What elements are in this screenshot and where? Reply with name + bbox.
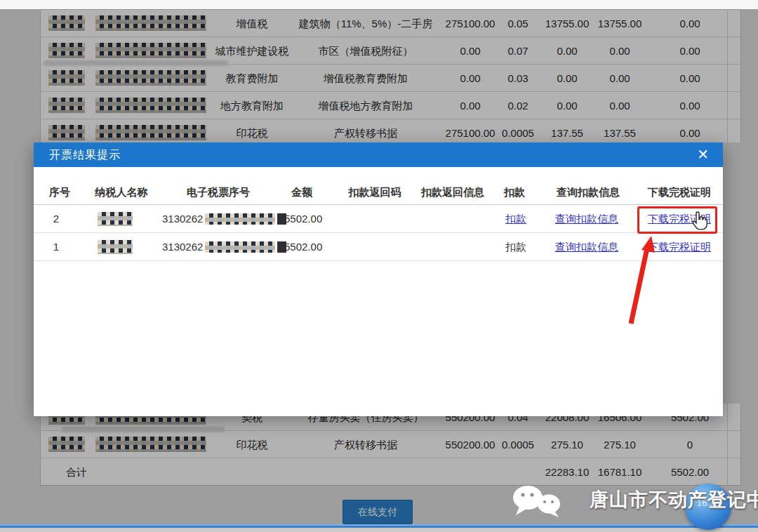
row-seq: 1 [53, 233, 59, 261]
invoice-result-dialog: 开票结果提示 ✕ 序号纳税人名称电子税票序号金额扣款返回码扣款返回信息扣款查询扣… [34, 142, 723, 416]
wechat-icon [510, 484, 583, 518]
dialog-col-header: 电子税票序号 [187, 179, 250, 205]
bottom-frame-strip [0, 528, 758, 532]
dialog-row: 1 3130262 5502.00 扣款 查询扣款信息 下载完税证明 [34, 233, 723, 261]
deduct-link[interactable]: 扣款 [505, 233, 526, 261]
receipt-number: 3130262 [162, 205, 286, 233]
dialog-col-header: 金额 [291, 179, 312, 205]
row-amount: 5502.00 [284, 233, 322, 261]
deduct-link[interactable]: 扣款 [505, 205, 526, 233]
download-tax-certificate-link[interactable]: 下载完税证明 [648, 233, 711, 261]
tax-payment-page: { "frame": { "clock_badge": "16:36" }, "… [0, 0, 758, 532]
censored-taxpayer-name [98, 212, 133, 228]
receipt-number: 3130262 [162, 233, 286, 261]
dialog-title: 开票结果提示 [49, 142, 121, 167]
censored-taxpayer-name [98, 240, 133, 256]
dialog-header: 开票结果提示 ✕ [34, 142, 723, 167]
dialog-table: 序号纳税人名称电子税票序号金额扣款返回码扣款返回信息扣款查询扣款信息下载完税证明… [34, 179, 723, 261]
dialog-col-header: 序号 [49, 179, 70, 205]
dialog-row: 2 3130262 5502.00 扣款 查询扣款信息 下载完税证明 [34, 205, 723, 233]
dialog-col-header: 查询扣款信息 [557, 179, 620, 205]
top-frame-strip [0, 0, 758, 9]
watermark-text: 唐山市不动产登记中心 [590, 487, 758, 512]
highlight-red-box [637, 206, 717, 234]
dialog-col-header: 扣款 [504, 179, 525, 205]
query-deduct-info-link[interactable]: 查询扣款信息 [555, 205, 618, 233]
dialog-col-header: 扣款返回信息 [421, 179, 484, 205]
row-seq: 2 [53, 205, 59, 233]
close-icon[interactable]: ✕ [697, 142, 709, 167]
row-amount: 5502.00 [284, 205, 322, 233]
dialog-col-header: 纳税人名称 [95, 179, 148, 205]
dialog-table-header: 序号纳税人名称电子税票序号金额扣款返回码扣款返回信息扣款查询扣款信息下载完税证明 [34, 179, 723, 205]
censored-receipt-no [205, 213, 275, 225]
censored-receipt-no [205, 241, 275, 253]
dialog-col-header: 下载完税证明 [648, 179, 711, 205]
query-deduct-info-link[interactable]: 查询扣款信息 [555, 233, 618, 261]
dialog-col-header: 扣款返回码 [349, 179, 401, 205]
